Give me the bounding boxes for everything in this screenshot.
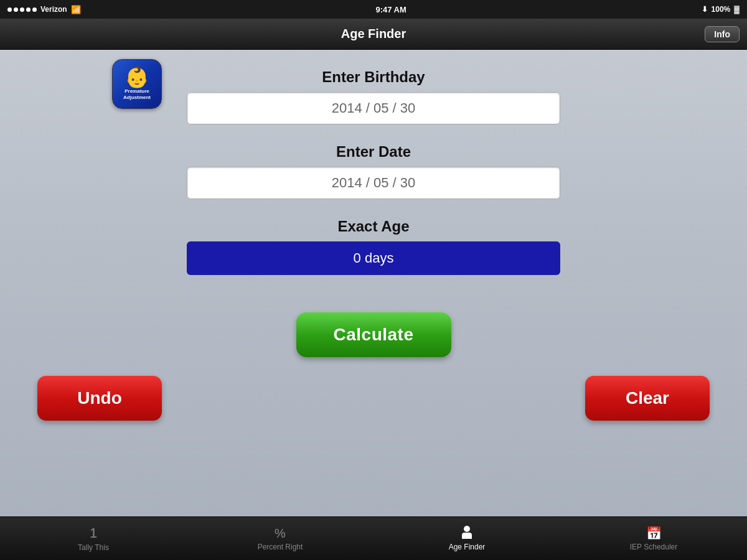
app-icon: 👶 Premature Adjustment: [112, 59, 162, 109]
person-icon: [459, 526, 474, 541]
carrier-label: Verizon: [40, 5, 67, 14]
tab-bar: 1 Tally This % Percent Right Age Finder …: [0, 516, 747, 560]
dot-4: [26, 7, 31, 12]
tab-iep[interactable]: 📅 IEP Scheduler: [560, 517, 747, 560]
clear-button[interactable]: Clear: [585, 376, 710, 421]
birthday-label: Enter Birthday: [187, 68, 560, 86]
date-label: Enter Date: [187, 143, 560, 161]
status-right: ⬇ 100% ▓: [702, 5, 740, 14]
dot-3: [20, 7, 24, 12]
form-section: Enter Birthday 2014 / 05 / 30 Enter Date…: [187, 68, 560, 294]
tab-tally-label: Tally This: [78, 543, 109, 552]
app-icon-face: 👶: [125, 67, 149, 87]
main-content: 👶 Premature Adjustment Enter Birthday 20…: [0, 50, 747, 516]
wifi-icon: 📶: [71, 5, 81, 14]
result-group: Exact Age 0 days: [187, 218, 560, 275]
person-body: [462, 533, 472, 539]
birthday-input[interactable]: 2014 / 05 / 30: [187, 92, 560, 124]
status-time: 9:47 AM: [375, 5, 406, 14]
tab-tally[interactable]: 1 Tally This: [0, 517, 187, 560]
status-bar: Verizon 📶 9:47 AM ⬇ 100% ▓: [0, 0, 747, 19]
undo-button[interactable]: Undo: [37, 376, 162, 421]
calculate-button[interactable]: Calculate: [296, 312, 451, 357]
nav-title: Age Finder: [341, 27, 406, 41]
date-input[interactable]: 2014 / 05 / 30: [187, 167, 560, 199]
battery-icon: ▓: [734, 5, 740, 14]
dot-2: [14, 7, 18, 12]
date-group: Enter Date 2014 / 05 / 30: [187, 143, 560, 199]
tally-icon: 1: [90, 525, 97, 541]
tab-age-label: Age Finder: [449, 543, 486, 551]
info-button[interactable]: Info: [705, 26, 740, 42]
app-icon-label: Premature Adjustment: [123, 88, 151, 100]
tab-age[interactable]: Age Finder: [374, 517, 560, 560]
result-label: Exact Age: [187, 218, 560, 235]
bluetooth-icon: ⬇: [702, 5, 708, 14]
birthday-group: Enter Birthday 2014 / 05 / 30: [187, 68, 560, 124]
signal-dots: [7, 7, 37, 12]
battery-label: 100%: [712, 5, 731, 14]
status-left: Verizon 📶: [7, 5, 81, 14]
percent-icon: %: [275, 526, 286, 541]
app-icon-container: 👶 Premature Adjustment: [112, 59, 162, 109]
person-head: [464, 526, 470, 532]
dot-5: [32, 7, 37, 12]
tab-percent[interactable]: % Percent Right: [187, 517, 374, 560]
result-display: 0 days: [187, 241, 560, 275]
tab-percent-label: Percent Right: [258, 543, 303, 551]
tab-iep-label: IEP Scheduler: [630, 543, 678, 551]
dot-1: [7, 7, 12, 12]
nav-bar: Age Finder Info: [0, 19, 747, 50]
action-buttons: Undo Clear: [0, 376, 747, 421]
calendar-icon: 📅: [646, 526, 662, 541]
